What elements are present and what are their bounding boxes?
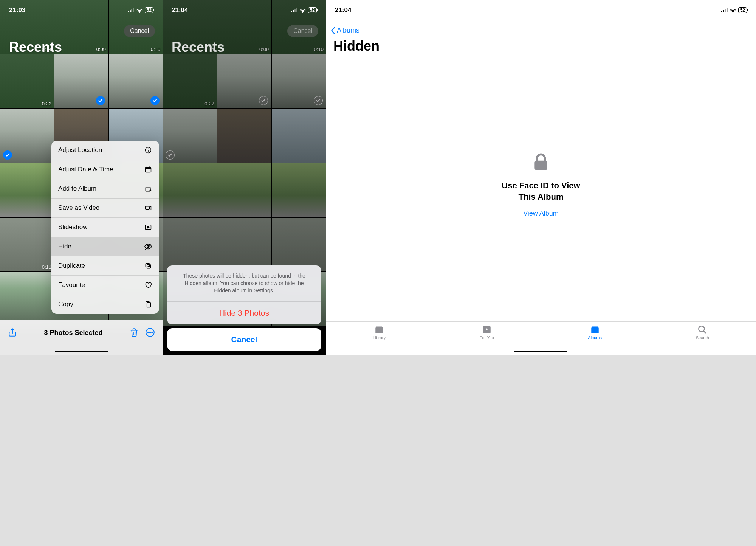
wifi-icon [730,8,736,12]
svg-rect-14 [534,161,547,170]
svg-rect-1 [146,167,151,172]
menu-duplicate[interactable]: Duplicate [51,256,159,276]
album-add-icon [144,185,152,193]
thumbnail-selected[interactable] [0,109,54,163]
status-bar: 21:03 52 [0,0,163,20]
copy-icon [144,300,152,309]
library-icon [374,325,384,335]
page-title: Hidden [326,37,756,59]
action-sheet: These photos will be hidden, but can be … [167,265,321,351]
album-title: Recents [172,39,225,55]
tab-for-you[interactable]: For You [480,325,494,340]
more-icon[interactable] [145,327,155,339]
sheet-message: These photos will be hidden, but can be … [167,265,321,302]
status-bar: 21:04 52 [163,0,326,20]
wifi-icon [300,8,306,12]
thumbnail[interactable]: 0:22 [0,54,54,108]
signal-icon [291,8,297,12]
video-icon [144,204,152,212]
thumbnail[interactable]: 0:11 [0,218,54,271]
bottom-toolbar: 3 Photos Selected [0,320,163,355]
check-unselected-icon [166,150,175,160]
hide-photos-button[interactable]: Hide 3 Photos [167,302,321,324]
cancel-button[interactable]: Cancel [124,25,155,37]
thumbnail[interactable] [0,272,54,326]
search-icon [697,325,708,335]
calendar-icon [144,165,152,174]
phone-hidden-album: 21:04 52 Albums Hidden Use Face ID to Vi… [326,0,756,355]
check-unselected-icon [314,96,323,105]
checkmark-icon [3,150,12,160]
menu-save-as-video[interactable]: Save as Video [51,199,159,218]
check-unselected-icon [259,96,268,105]
back-label: Albums [337,26,359,34]
cancel-button[interactable]: Cancel [167,328,321,351]
menu-adjust-location[interactable]: Adjust Location [51,141,159,160]
signal-icon [721,8,728,12]
battery-icon: 52 [308,7,317,13]
phone-recents-menu: 0:14 0:09 0:10 0:22 0:11 21:03 52 Cancel… [0,0,163,355]
back-button[interactable]: Albums [326,20,756,37]
svg-rect-19 [592,326,598,327]
album-title: Recents [9,39,62,55]
tab-search[interactable]: Search [696,325,709,340]
phone-hide-confirm: 0:14 0:09 0:10 0:22 21:04 52 Cancel Rece… [163,0,326,355]
checkmark-icon [96,96,105,105]
status-time: 21:03 [9,6,25,14]
home-indicator [514,351,567,352]
battery-icon: 52 [738,7,747,13]
menu-favourite[interactable]: Favourite [51,276,159,295]
menu-copy[interactable]: Copy [51,295,159,314]
duration-label: 0:09 [96,47,106,52]
checkmark-icon [150,96,160,105]
home-indicator [218,351,271,352]
home-indicator [55,351,108,352]
menu-adjust-date[interactable]: Adjust Date & Time [51,160,159,179]
menu-slideshow[interactable]: Slideshow [51,218,159,237]
lock-icon [531,151,550,175]
svg-rect-3 [146,206,150,209]
heart-icon [144,281,152,289]
tab-albums[interactable]: Albums [588,325,602,340]
trash-icon[interactable] [129,327,139,339]
tab-library[interactable]: Library [373,325,386,340]
status-time: 21:04 [335,6,351,14]
thumbnail[interactable] [0,163,54,217]
menu-add-to-album[interactable]: Add to Album [51,179,159,199]
view-album-button[interactable]: View Album [523,209,559,217]
play-rect-icon [144,223,152,231]
duration-label: 0:10 [151,47,160,52]
selection-count: 3 Photos Selected [17,329,129,337]
share-icon[interactable] [8,327,17,339]
albums-icon [590,325,600,335]
status-bar: 21:04 52 [326,0,756,20]
duplicate-icon [144,262,152,270]
svg-point-11 [147,332,149,333]
thumbnail-selected[interactable] [109,54,163,108]
faceid-prompt: Use Face ID to View This Album [502,180,580,202]
svg-rect-8 [147,303,151,307]
eye-slash-icon [144,242,152,251]
context-menu: Adjust Location Adjust Date & Time Add t… [51,141,159,314]
menu-hide[interactable]: Hide [51,237,159,256]
for-you-icon [482,325,492,335]
svg-rect-16 [376,326,382,327]
chevron-left-icon [330,27,335,34]
svg-point-12 [150,332,151,333]
svg-rect-2 [146,187,150,191]
svg-rect-18 [591,327,599,333]
wifi-icon [136,8,143,12]
thumbnail-selected[interactable] [54,54,108,108]
cancel-button-disabled: Cancel [287,25,318,37]
info-icon [144,146,152,154]
svg-point-13 [152,332,153,333]
signal-icon [128,8,134,12]
battery-icon: 52 [145,7,153,13]
svg-rect-15 [375,327,383,333]
status-time: 21:04 [172,6,188,14]
